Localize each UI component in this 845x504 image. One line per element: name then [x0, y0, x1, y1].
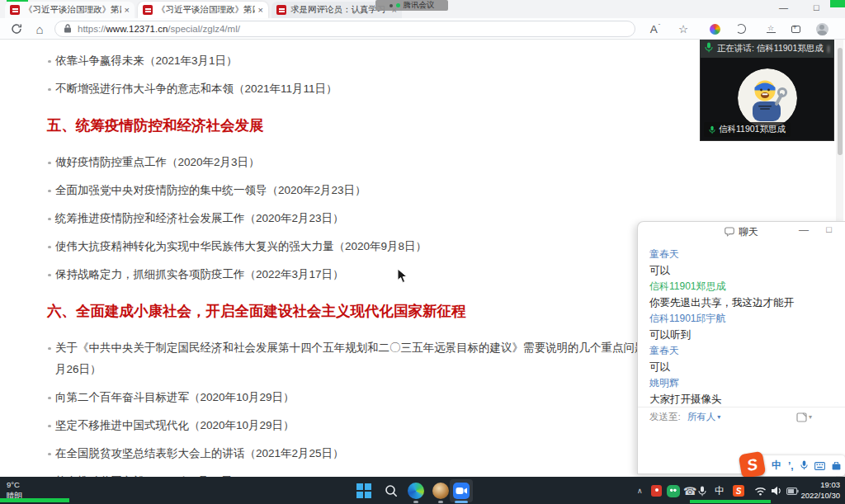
ime-punctuation[interactable]: ’,	[788, 460, 794, 472]
tray-mic-icon[interactable]	[698, 483, 706, 498]
meeting-video-overlay: 正在讲话: 信科11901郑思成 信科11901郑思成	[700, 40, 834, 141]
tray-wechat-icon[interactable]	[667, 483, 680, 498]
lock-icon	[64, 24, 72, 35]
start-button[interactable]	[355, 482, 373, 500]
tab-close-button[interactable]: ×	[258, 5, 263, 15]
sogou-logo[interactable]: S	[739, 451, 767, 479]
taskbar-clock[interactable]: 19:03 2022/10/30	[800, 480, 840, 501]
tab-close-button[interactable]: ×	[125, 5, 130, 15]
screenshot-icon[interactable]: ▾	[796, 412, 812, 422]
window-minimize-button[interactable]: —	[779, 2, 788, 12]
window-maximize-button[interactable]: □	[814, 2, 819, 12]
app-running-indicator	[438, 501, 443, 503]
tray-ime-mode[interactable]: 中	[715, 483, 725, 498]
chat-sender-name: 信科11901郑思成	[649, 280, 845, 293]
participant-name-tag: 信科11901郑思成	[704, 122, 791, 137]
taskbar-meeting-icon-active[interactable]	[450, 479, 473, 502]
taskbar-search-icon[interactable]	[382, 482, 400, 500]
meeting-video-tile: 信科11901郑思成	[700, 58, 834, 141]
tray-phone-icon[interactable]: ☎	[683, 483, 696, 498]
chat-send-to-bar: 发送至: 所有人 ▾ ▾	[638, 407, 845, 426]
extension-pinwheel-icon[interactable]	[706, 21, 723, 37]
ime-toolbox-icon[interactable]	[832, 459, 841, 473]
chat-minimize-button[interactable]: —	[799, 224, 809, 236]
url-host: www.12371.cn	[106, 24, 168, 34]
meeting-active-indicator	[455, 501, 468, 503]
tray-sogou-icon[interactable]: S	[733, 483, 744, 498]
tab-favicon	[10, 5, 20, 15]
home-icon[interactable]: ⌂	[31, 21, 48, 37]
participant-name: 信科11901郑思成	[719, 124, 786, 135]
tab-favicon	[143, 5, 153, 15]
tencent-meeting-floating-bar[interactable]: 腾讯会议	[375, 0, 448, 11]
chat-message-text: 大家打开摄像头	[649, 393, 845, 406]
chat-message-text: 你要先退出共享，我这边才能开	[649, 296, 845, 309]
refresh-icon[interactable]	[8, 21, 25, 37]
chat-maximize-button[interactable]: □	[826, 224, 832, 234]
tab-title: 《习近平谈治国理政》第四卷_	[24, 4, 121, 16]
edge-running-indicator	[413, 501, 418, 503]
chat-sender-name: 童春天	[649, 248, 845, 261]
address-bar[interactable]: https://www.12371.cn/special/zglz4/ml/	[54, 21, 635, 37]
blurred-label	[828, 45, 829, 53]
browser-toolbar: ⌂ https://www.12371.cn/special/zglz4/ml/…	[0, 18, 845, 40]
chat-title: 聊天	[739, 225, 758, 239]
mic-status-dot	[389, 4, 393, 7]
weather-temp: 9°C	[7, 480, 22, 491]
tray-battery-icon[interactable]	[786, 483, 799, 498]
read-aloud-icon[interactable]: Aˆ	[647, 21, 663, 37]
mouse-cursor	[397, 268, 408, 287]
dropdown-caret-icon[interactable]: ▾	[717, 413, 720, 421]
chat-message-text: 可以听到	[649, 328, 845, 341]
participant-avatar	[738, 68, 797, 128]
toc-item[interactable]: 全面加强党中央对疫情防控的集中统一领导（2020年2月23日）	[47, 180, 828, 201]
browser-tab-2-active[interactable]: 《习近平谈治国理政》第四卷目 ×	[138, 2, 268, 18]
profile-avatar[interactable]	[814, 21, 830, 37]
toc-item[interactable]: 做好疫情防控重点工作（2020年2月3日）	[47, 152, 828, 173]
share-border-top-left	[7, 0, 28, 2]
tab-title: 求是网评论员：认真学习《习	[290, 4, 389, 16]
taskbar-edge-icon[interactable]	[407, 482, 425, 500]
url-path: /special/zglz4/ml/	[168, 24, 240, 34]
chat-sender-name: 童春天	[649, 345, 845, 357]
browser-essentials-icon[interactable]	[733, 21, 749, 37]
speaking-status-text: 正在讲话: 信科11901郑思成	[717, 43, 824, 54]
chat-sender-name: 信科11901邱宇航	[649, 313, 845, 325]
meeting-chat-window: 聊天 — □ 童春天 可以 信科11901郑思成 你要先退出共享，我这边才能开 …	[637, 221, 845, 474]
collections-icon[interactable]	[787, 21, 804, 37]
meeting-overlay-header[interactable]: 正在讲话: 信科11901郑思成	[700, 40, 834, 58]
speaking-mic-icon	[705, 41, 713, 56]
tray-red-app-icon[interactable]	[651, 483, 662, 498]
tab-favicon	[276, 5, 286, 15]
tab-title: 《习近平谈治国理政》第四卷目	[157, 4, 255, 16]
page-scrollbar-thumb[interactable]	[838, 48, 843, 155]
chat-message-list: 童春天 可以 信科11901郑思成 你要先退出共享，我这边才能开 信科11901…	[638, 242, 845, 406]
url-scheme: https://	[78, 24, 106, 34]
camera-status-dot	[396, 3, 400, 7]
share-border-top-right	[830, 0, 845, 7]
sogou-ime-toolbar: S 中 ’,	[749, 455, 845, 476]
meeting-floating-label: 腾讯会议	[404, 0, 435, 11]
share-border-bottom-right	[690, 500, 771, 503]
favorite-star-icon[interactable]: ☆	[675, 21, 692, 37]
ime-mic-icon[interactable]	[800, 459, 808, 473]
favorites-bar-icon[interactable]: ☆	[762, 21, 779, 37]
url-text: https://www.12371.cn/special/zglz4/ml/	[78, 24, 240, 34]
browser-tab-1[interactable]: 《习近平谈治国理政》第四卷_ ×	[5, 2, 135, 18]
tray-wifi-icon[interactable]	[754, 483, 767, 498]
tray-overflow-chevron[interactable]: ∧	[637, 483, 643, 498]
chat-message-text: 可以	[649, 264, 845, 277]
clock-time: 19:03	[800, 480, 840, 491]
chat-titlebar[interactable]: 聊天 — □	[638, 222, 845, 242]
ime-keyboard-icon[interactable]	[814, 459, 825, 473]
chat-sender-name: 姚明辉	[649, 377, 845, 389]
tray-volume-icon[interactable]	[771, 483, 782, 498]
clock-date: 2022/10/30	[800, 491, 840, 502]
ime-mode-chinese[interactable]: 中	[772, 459, 781, 473]
taskbar-app-avatar-icon[interactable]	[432, 482, 450, 500]
send-to-dropdown[interactable]: 所有人	[687, 411, 716, 423]
toc-item[interactable]: 关于《中共中央关于制定国民经济和社会发展第十四个五年规划和二〇三五年远景目标的建…	[47, 337, 707, 380]
chat-bubble-icon	[725, 227, 734, 237]
send-to-label: 发送至:	[649, 411, 681, 423]
participant-mic-icon	[709, 125, 715, 134]
